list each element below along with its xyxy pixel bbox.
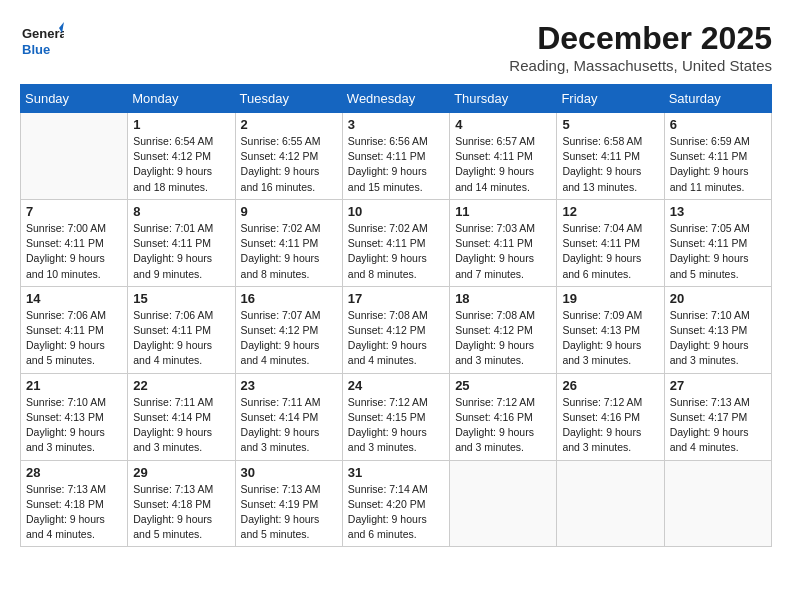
calendar-cell: 4Sunrise: 6:57 AM Sunset: 4:11 PM Daylig… (450, 113, 557, 200)
day-info: Sunrise: 6:58 AM Sunset: 4:11 PM Dayligh… (562, 134, 658, 195)
day-number: 15 (133, 291, 229, 306)
calendar-cell: 15Sunrise: 7:06 AM Sunset: 4:11 PM Dayli… (128, 286, 235, 373)
day-number: 13 (670, 204, 766, 219)
title-block: December 2025 Reading, Massachusetts, Un… (509, 20, 772, 74)
calendar-cell: 14Sunrise: 7:06 AM Sunset: 4:11 PM Dayli… (21, 286, 128, 373)
calendar-week-4: 21Sunrise: 7:10 AM Sunset: 4:13 PM Dayli… (21, 373, 772, 460)
day-info: Sunrise: 7:10 AM Sunset: 4:13 PM Dayligh… (670, 308, 766, 369)
calendar-cell: 21Sunrise: 7:10 AM Sunset: 4:13 PM Dayli… (21, 373, 128, 460)
calendar-cell: 1Sunrise: 6:54 AM Sunset: 4:12 PM Daylig… (128, 113, 235, 200)
day-info: Sunrise: 6:59 AM Sunset: 4:11 PM Dayligh… (670, 134, 766, 195)
day-number: 14 (26, 291, 122, 306)
day-info: Sunrise: 7:13 AM Sunset: 4:19 PM Dayligh… (241, 482, 337, 543)
day-info: Sunrise: 7:13 AM Sunset: 4:18 PM Dayligh… (26, 482, 122, 543)
day-number: 9 (241, 204, 337, 219)
calendar-cell: 31Sunrise: 7:14 AM Sunset: 4:20 PM Dayli… (342, 460, 449, 547)
day-info: Sunrise: 7:02 AM Sunset: 4:11 PM Dayligh… (348, 221, 444, 282)
day-info: Sunrise: 7:06 AM Sunset: 4:11 PM Dayligh… (26, 308, 122, 369)
page-header: General Blue December 2025 Reading, Mass… (20, 20, 772, 74)
day-number: 26 (562, 378, 658, 393)
calendar-cell: 23Sunrise: 7:11 AM Sunset: 4:14 PM Dayli… (235, 373, 342, 460)
calendar-cell: 29Sunrise: 7:13 AM Sunset: 4:18 PM Dayli… (128, 460, 235, 547)
day-number: 2 (241, 117, 337, 132)
day-number: 25 (455, 378, 551, 393)
calendar-cell (21, 113, 128, 200)
day-number: 27 (670, 378, 766, 393)
day-number: 3 (348, 117, 444, 132)
calendar-cell: 18Sunrise: 7:08 AM Sunset: 4:12 PM Dayli… (450, 286, 557, 373)
calendar-header-monday: Monday (128, 85, 235, 113)
day-info: Sunrise: 6:56 AM Sunset: 4:11 PM Dayligh… (348, 134, 444, 195)
day-info: Sunrise: 6:57 AM Sunset: 4:11 PM Dayligh… (455, 134, 551, 195)
calendar-cell: 3Sunrise: 6:56 AM Sunset: 4:11 PM Daylig… (342, 113, 449, 200)
calendar-week-2: 7Sunrise: 7:00 AM Sunset: 4:11 PM Daylig… (21, 199, 772, 286)
calendar-cell: 8Sunrise: 7:01 AM Sunset: 4:11 PM Daylig… (128, 199, 235, 286)
day-info: Sunrise: 7:02 AM Sunset: 4:11 PM Dayligh… (241, 221, 337, 282)
calendar-header-tuesday: Tuesday (235, 85, 342, 113)
location: Reading, Massachusetts, United States (509, 57, 772, 74)
calendar-header-friday: Friday (557, 85, 664, 113)
day-info: Sunrise: 7:11 AM Sunset: 4:14 PM Dayligh… (133, 395, 229, 456)
day-info: Sunrise: 7:05 AM Sunset: 4:11 PM Dayligh… (670, 221, 766, 282)
day-number: 29 (133, 465, 229, 480)
day-number: 16 (241, 291, 337, 306)
calendar-header-sunday: Sunday (21, 85, 128, 113)
day-number: 28 (26, 465, 122, 480)
day-number: 6 (670, 117, 766, 132)
svg-text:Blue: Blue (22, 42, 50, 57)
day-number: 1 (133, 117, 229, 132)
calendar-cell: 27Sunrise: 7:13 AM Sunset: 4:17 PM Dayli… (664, 373, 771, 460)
day-number: 21 (26, 378, 122, 393)
month-title: December 2025 (509, 20, 772, 57)
day-number: 8 (133, 204, 229, 219)
calendar-table: SundayMondayTuesdayWednesdayThursdayFrid… (20, 84, 772, 547)
calendar-cell: 25Sunrise: 7:12 AM Sunset: 4:16 PM Dayli… (450, 373, 557, 460)
logo-container: General Blue (20, 20, 64, 64)
day-info: Sunrise: 7:06 AM Sunset: 4:11 PM Dayligh… (133, 308, 229, 369)
calendar-cell (557, 460, 664, 547)
day-number: 18 (455, 291, 551, 306)
calendar-cell: 13Sunrise: 7:05 AM Sunset: 4:11 PM Dayli… (664, 199, 771, 286)
calendar-header-thursday: Thursday (450, 85, 557, 113)
day-info: Sunrise: 7:08 AM Sunset: 4:12 PM Dayligh… (348, 308, 444, 369)
day-info: Sunrise: 7:04 AM Sunset: 4:11 PM Dayligh… (562, 221, 658, 282)
day-number: 30 (241, 465, 337, 480)
day-number: 20 (670, 291, 766, 306)
calendar-cell: 10Sunrise: 7:02 AM Sunset: 4:11 PM Dayli… (342, 199, 449, 286)
day-number: 11 (455, 204, 551, 219)
calendar-header-saturday: Saturday (664, 85, 771, 113)
calendar-header-wednesday: Wednesday (342, 85, 449, 113)
calendar-week-5: 28Sunrise: 7:13 AM Sunset: 4:18 PM Dayli… (21, 460, 772, 547)
day-info: Sunrise: 7:11 AM Sunset: 4:14 PM Dayligh… (241, 395, 337, 456)
day-info: Sunrise: 7:12 AM Sunset: 4:16 PM Dayligh… (562, 395, 658, 456)
day-info: Sunrise: 7:07 AM Sunset: 4:12 PM Dayligh… (241, 308, 337, 369)
calendar-cell: 30Sunrise: 7:13 AM Sunset: 4:19 PM Dayli… (235, 460, 342, 547)
svg-text:General: General (22, 26, 64, 41)
calendar-cell: 16Sunrise: 7:07 AM Sunset: 4:12 PM Dayli… (235, 286, 342, 373)
day-number: 24 (348, 378, 444, 393)
calendar-cell (450, 460, 557, 547)
day-info: Sunrise: 6:55 AM Sunset: 4:12 PM Dayligh… (241, 134, 337, 195)
day-info: Sunrise: 7:13 AM Sunset: 4:18 PM Dayligh… (133, 482, 229, 543)
day-info: Sunrise: 7:03 AM Sunset: 4:11 PM Dayligh… (455, 221, 551, 282)
calendar-cell: 7Sunrise: 7:00 AM Sunset: 4:11 PM Daylig… (21, 199, 128, 286)
calendar-cell: 22Sunrise: 7:11 AM Sunset: 4:14 PM Dayli… (128, 373, 235, 460)
calendar-cell: 28Sunrise: 7:13 AM Sunset: 4:18 PM Dayli… (21, 460, 128, 547)
calendar-header-row: SundayMondayTuesdayWednesdayThursdayFrid… (21, 85, 772, 113)
day-number: 19 (562, 291, 658, 306)
day-number: 23 (241, 378, 337, 393)
calendar-cell (664, 460, 771, 547)
day-number: 5 (562, 117, 658, 132)
day-info: Sunrise: 7:14 AM Sunset: 4:20 PM Dayligh… (348, 482, 444, 543)
day-number: 31 (348, 465, 444, 480)
day-info: Sunrise: 6:54 AM Sunset: 4:12 PM Dayligh… (133, 134, 229, 195)
calendar-cell: 17Sunrise: 7:08 AM Sunset: 4:12 PM Dayli… (342, 286, 449, 373)
day-info: Sunrise: 7:09 AM Sunset: 4:13 PM Dayligh… (562, 308, 658, 369)
calendar-week-1: 1Sunrise: 6:54 AM Sunset: 4:12 PM Daylig… (21, 113, 772, 200)
calendar-week-3: 14Sunrise: 7:06 AM Sunset: 4:11 PM Dayli… (21, 286, 772, 373)
day-number: 12 (562, 204, 658, 219)
day-number: 4 (455, 117, 551, 132)
day-number: 7 (26, 204, 122, 219)
day-info: Sunrise: 7:13 AM Sunset: 4:17 PM Dayligh… (670, 395, 766, 456)
calendar-cell: 24Sunrise: 7:12 AM Sunset: 4:15 PM Dayli… (342, 373, 449, 460)
